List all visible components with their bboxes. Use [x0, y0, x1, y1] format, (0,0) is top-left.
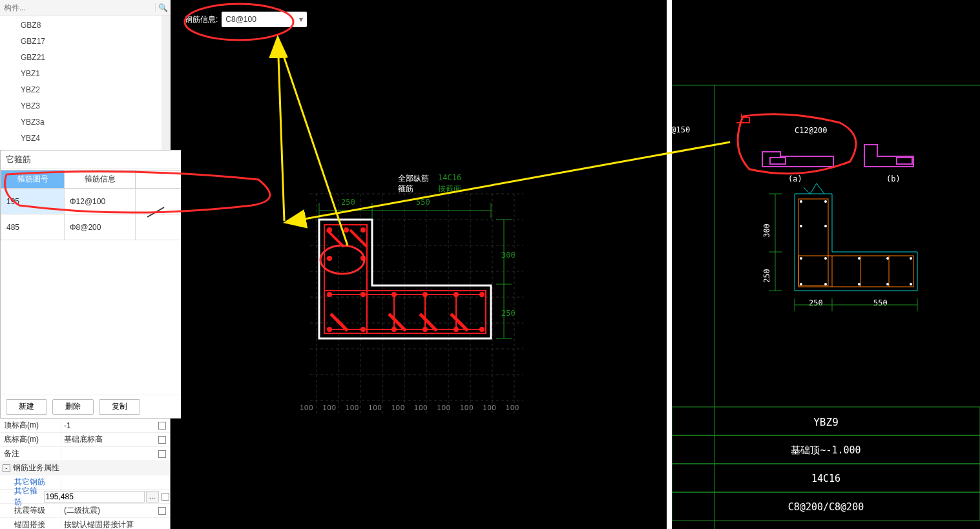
- svg-point-81: [886, 283, 889, 285]
- svg-point-30: [344, 227, 349, 233]
- svg-point-33: [360, 256, 366, 261]
- collapse-icon[interactable]: -: [3, 464, 10, 472]
- prop-value[interactable]: -1: [61, 421, 154, 430]
- grid-ruler-labels: 100 100 100 100 100 100 100 100 100 100: [300, 404, 519, 411]
- svg-line-51: [451, 314, 468, 331]
- svg-point-29: [327, 227, 332, 233]
- svg-point-41: [479, 292, 485, 297]
- view-label: (b): [886, 174, 901, 183]
- tree-item[interactable]: YBZ1: [0, 65, 171, 81]
- svg-point-44: [454, 327, 459, 332]
- prop-label: 抗震等级: [0, 505, 61, 516]
- prop-section-header[interactable]: - 钢筋业务属性: [0, 461, 170, 475]
- prop-row[interactable]: 锚固搭接 按默认锚固搭接计算: [0, 518, 170, 529]
- dim-label: C12@200: [795, 126, 828, 135]
- svg-line-49: [389, 314, 406, 331]
- dim-label: 250: [809, 298, 823, 307]
- svg-point-37: [360, 327, 366, 332]
- prop-check[interactable]: [154, 421, 170, 430]
- scrollbar[interactable]: [162, 16, 171, 150]
- prop-check[interactable]: [154, 435, 170, 444]
- dialog-title-text: 它箍筋: [6, 154, 31, 165]
- svg-point-75: [800, 283, 802, 285]
- cell-info[interactable]: Φ8@200: [65, 214, 136, 240]
- cad-main-svg: [181, 0, 667, 529]
- rebar-info-value: C8@100: [225, 15, 256, 24]
- svg-point-77: [858, 257, 860, 260]
- copy-button[interactable]: 复制: [99, 399, 140, 415]
- tree-item[interactable]: GBZ21: [0, 49, 171, 65]
- legend-value: 按截面: [438, 183, 461, 194]
- svg-point-42: [391, 327, 397, 332]
- prop-check[interactable]: [154, 506, 170, 515]
- prop-label: 底标高(m): [0, 434, 61, 445]
- search-icon[interactable]: 🔍: [155, 3, 171, 12]
- prop-check[interactable]: [154, 450, 170, 459]
- svg-line-46: [327, 230, 344, 247]
- table-cell: YBZ9: [672, 416, 980, 428]
- svg-point-82: [910, 283, 912, 285]
- cad-viewport-right[interactable]: 2@150 C12@200 (a) (b) 300 250 250 550: [672, 0, 980, 529]
- dim-label: 250: [341, 198, 355, 207]
- cell-no[interactable]: 485: [1, 214, 65, 240]
- prop-row[interactable]: 顶标高(m) -1: [0, 419, 170, 433]
- cad-viewport-main[interactable]: 全部纵筋 14C16 箍筋 按截面 250 550 300 250: [181, 0, 667, 529]
- svg-line-48: [331, 314, 348, 331]
- dim-label: 250: [762, 269, 771, 283]
- chevron-down-icon: ▾: [299, 15, 303, 24]
- prop-value[interactable]: …: [41, 491, 162, 503]
- view-label: (a): [788, 174, 802, 183]
- svg-point-72: [824, 225, 827, 227]
- tree-item[interactable]: YBZ3a: [0, 114, 171, 130]
- prop-value[interactable]: 基础底标高: [61, 434, 154, 445]
- svg-point-71: [800, 225, 802, 227]
- cell-info[interactable]: Φ12@100: [65, 189, 136, 214]
- svg-point-78: [886, 257, 889, 260]
- cell-no[interactable]: 195: [1, 189, 65, 214]
- legend-label: 箍筋: [398, 183, 413, 194]
- prop-value[interactable]: 按默认锚固搭接计算: [61, 519, 154, 529]
- tree-item[interactable]: YBZ2: [0, 81, 171, 98]
- prop-value[interactable]: (二级抗震): [61, 505, 154, 516]
- svg-rect-64: [798, 199, 828, 285]
- prop-row[interactable]: 底标高(m) 基础底标高: [0, 433, 170, 447]
- new-button[interactable]: 新建: [6, 399, 47, 415]
- legend-label: 全部纵筋: [398, 173, 429, 184]
- search-input[interactable]: [0, 2, 155, 14]
- svg-rect-62: [770, 158, 786, 164]
- tree-item[interactable]: GBZ17: [0, 33, 171, 49]
- component-list: GBZ8 GBZ17 GBZ21 YBZ1 YBZ2 YBZ3 YBZ3a YB…: [0, 16, 171, 146]
- properties-panel: 顶标高(m) -1 底标高(m) 基础底标高 备注 - 钢筋业务属性 其它钢筋 …: [0, 419, 171, 529]
- svg-point-80: [858, 283, 860, 285]
- svg-point-39: [422, 292, 428, 297]
- svg-rect-27: [324, 225, 367, 333]
- prop-row[interactable]: 备注: [0, 447, 170, 461]
- dim-label: 300: [501, 251, 516, 260]
- svg-point-45: [479, 327, 485, 332]
- svg-point-76: [824, 283, 827, 285]
- prop-check[interactable]: [162, 492, 171, 501]
- prop-label: 其它箍筋: [0, 486, 41, 508]
- prop-label: 顶标高(m): [0, 420, 61, 431]
- col-header-info[interactable]: 箍筋信息: [65, 171, 136, 189]
- svg-point-70: [824, 200, 827, 203]
- component-tree-panel: 🔍 GBZ8 GBZ17 GBZ21 YBZ1 YBZ2 YBZ3 YBZ3a …: [0, 0, 171, 150]
- tree-item[interactable]: GBZ8: [0, 17, 171, 33]
- tree-item[interactable]: YBZ4: [0, 130, 171, 146]
- svg-point-35: [360, 292, 366, 297]
- dim-label: 250: [501, 309, 516, 318]
- svg-point-32: [327, 256, 332, 261]
- rebar-info-select[interactable]: C8@100 ▾: [222, 12, 307, 27]
- ellipsis-button[interactable]: …: [146, 491, 159, 503]
- rebar-info-label: 钢筋信息:: [185, 14, 218, 25]
- prop-input[interactable]: [44, 491, 145, 503]
- svg-point-79: [910, 257, 912, 260]
- svg-point-34: [327, 292, 332, 297]
- delete-button[interactable]: 删除: [52, 399, 94, 415]
- prop-row[interactable]: 其它箍筋 …: [0, 490, 170, 504]
- col-header-no[interactable]: 箍筋图号: [1, 171, 65, 189]
- viewport-divider[interactable]: [667, 0, 672, 529]
- tree-item[interactable]: YBZ3: [0, 98, 171, 114]
- svg-line-50: [420, 314, 437, 331]
- prop-row[interactable]: 抗震等级 (二级抗震): [0, 504, 170, 518]
